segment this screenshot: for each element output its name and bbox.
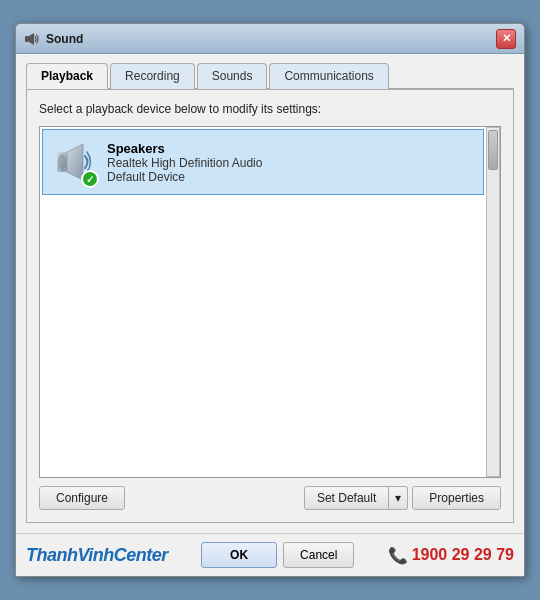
- default-check-badge: ✓: [81, 170, 99, 188]
- cancel-button[interactable]: Cancel: [283, 542, 354, 568]
- svg-point-4: [58, 154, 66, 170]
- phone-text: 1900 29 29 79: [412, 546, 514, 564]
- title-bar: Sound ✕: [16, 24, 524, 54]
- set-default-button[interactable]: Set Default: [304, 486, 389, 510]
- device-status: Default Device: [107, 170, 477, 184]
- device-info: Speakers Realtek High Definition Audio D…: [107, 141, 477, 184]
- phone-number: 📞 1900 29 29 79: [388, 546, 514, 565]
- set-default-dropdown[interactable]: ▾: [389, 486, 408, 510]
- ok-button[interactable]: OK: [201, 542, 277, 568]
- tab-recording[interactable]: Recording: [110, 63, 195, 89]
- instruction-text: Select a playback device below to modify…: [39, 102, 501, 116]
- scrollbar[interactable]: [486, 127, 500, 477]
- window-title: Sound: [46, 32, 83, 46]
- sound-title-icon: [24, 31, 40, 47]
- device-name: Speakers: [107, 141, 477, 156]
- footer-bar: ThanhVinhCenter OK Cancel 📞 1900 29 29 7…: [16, 533, 524, 576]
- svg-marker-3: [67, 144, 83, 180]
- tab-bar: Playback Recording Sounds Communications: [26, 62, 514, 89]
- brand-label: ThanhVinhCenter: [26, 545, 168, 566]
- device-icon-wrap: ✓: [49, 138, 97, 186]
- window-content: Playback Recording Sounds Communications…: [16, 54, 524, 533]
- tab-sounds[interactable]: Sounds: [197, 63, 268, 89]
- ok-cancel-buttons: OK Cancel: [201, 542, 354, 568]
- sound-dialog: Sound ✕ Playback Recording Sounds Commun…: [15, 23, 525, 577]
- svg-rect-0: [25, 36, 29, 42]
- tab-communications[interactable]: Communications: [269, 63, 388, 89]
- close-button[interactable]: ✕: [496, 29, 516, 49]
- title-left: Sound: [24, 31, 83, 47]
- right-buttons: Set Default ▾ Properties: [304, 486, 501, 510]
- scrollbar-thumb: [488, 130, 498, 170]
- device-list-inner: ✓ Speakers Realtek High Definition Audio…: [40, 127, 486, 477]
- phone-icon: 📞: [388, 546, 408, 565]
- device-action-buttons: Configure Set Default ▾ Properties: [39, 486, 501, 510]
- device-item-speakers[interactable]: ✓ Speakers Realtek High Definition Audio…: [42, 129, 484, 195]
- set-default-group: Set Default ▾: [304, 486, 408, 510]
- properties-button[interactable]: Properties: [412, 486, 501, 510]
- svg-marker-1: [29, 33, 34, 45]
- device-list: ✓ Speakers Realtek High Definition Audio…: [39, 126, 501, 478]
- configure-button[interactable]: Configure: [39, 486, 125, 510]
- tab-playback[interactable]: Playback: [26, 63, 108, 89]
- device-driver: Realtek High Definition Audio: [107, 156, 477, 170]
- playback-tab-content: Select a playback device below to modify…: [26, 89, 514, 523]
